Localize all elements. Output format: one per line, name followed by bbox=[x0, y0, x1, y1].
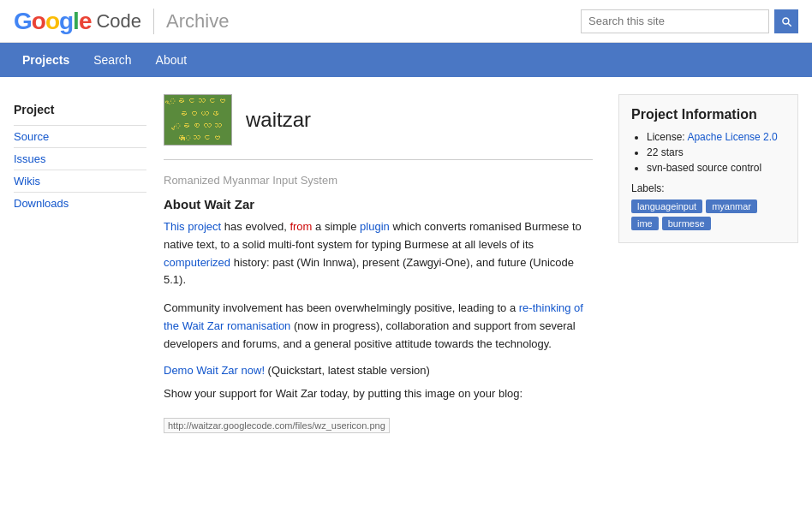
navbar: Projects Search About bbox=[0, 43, 812, 77]
info-license: License: Apache License 2.0 bbox=[647, 131, 785, 143]
search-button-header[interactable] bbox=[774, 9, 798, 33]
content-divider bbox=[164, 159, 593, 160]
content-para-2: Community involvement has been overwhelm… bbox=[164, 300, 593, 353]
project-header: ྰခငသငဗခဝယဖྱခစလသဖྶသငဗ waitzar bbox=[164, 94, 593, 146]
demo-link[interactable]: Demo Wait Zar now! bbox=[164, 364, 265, 377]
nav-projects[interactable]: Projects bbox=[10, 43, 81, 77]
license-link[interactable]: Apache License 2.0 bbox=[687, 131, 777, 143]
search-input[interactable] bbox=[581, 9, 769, 33]
demo-link-suffix: (Quickstart, latest stable version) bbox=[265, 364, 430, 377]
logo-e: e bbox=[79, 8, 92, 34]
project-icon: ྰခငသငဗခဝယဖྱခစလသဖྶသငဗ bbox=[164, 94, 232, 146]
content-para-1: This project has evolved, from a simple … bbox=[164, 218, 593, 289]
nav-search[interactable]: Search bbox=[81, 43, 143, 77]
labels-title: Labels: bbox=[631, 182, 785, 194]
logo-g: G bbox=[14, 8, 32, 34]
sidebar: Project Source Issues Wikis Downloads bbox=[14, 94, 146, 433]
label-tags: languageinput myanmar ime burmese bbox=[631, 199, 785, 230]
header: Google Code Archive bbox=[0, 0, 812, 43]
logo-area: Google Code Archive bbox=[14, 8, 229, 35]
license-label: License: bbox=[647, 131, 687, 143]
demo-link-line: Demo Wait Zar now! (Quickstart, latest s… bbox=[164, 364, 593, 377]
labels-section: Labels: languageinput myanmar ime burmes… bbox=[631, 182, 785, 230]
sidebar-item-issues[interactable]: Issues bbox=[14, 147, 146, 170]
main-layout: Project Source Issues Wikis Downloads ྰခ… bbox=[0, 77, 812, 433]
search-icon bbox=[780, 15, 792, 27]
archive-text: Archive bbox=[166, 10, 229, 33]
logo-o2: o bbox=[45, 8, 59, 34]
label-ime[interactable]: ime bbox=[631, 217, 659, 230]
nav-about[interactable]: About bbox=[144, 43, 200, 77]
project-info-title: Project Information bbox=[631, 107, 785, 122]
logo-g2: g bbox=[59, 8, 73, 34]
info-stars: 22 stars bbox=[647, 146, 785, 158]
google-logo: Google bbox=[14, 8, 91, 35]
right-panel: Project Information License: Apache Lice… bbox=[610, 94, 798, 433]
header-divider bbox=[153, 9, 154, 34]
sidebar-item-source[interactable]: Source bbox=[14, 125, 146, 147]
label-myanmar[interactable]: myanmar bbox=[706, 199, 757, 213]
blog-image: http://waitzar.googlecode.com/files/wz_u… bbox=[164, 418, 390, 433]
sidebar-item-wikis[interactable]: Wikis bbox=[14, 170, 146, 192]
project-tagline: Romanized Myanmar Input System bbox=[164, 174, 593, 187]
label-burmese[interactable]: burmese bbox=[662, 217, 711, 230]
logo-o1: o bbox=[32, 8, 45, 34]
project-name: waitzar bbox=[246, 108, 311, 132]
project-info-box: Project Information License: Apache Lice… bbox=[618, 94, 798, 243]
content: ྰခငသငဗခဝယဖྱခစလသဖྶသငဗ waitzar Romanized M… bbox=[146, 94, 610, 433]
label-languageinput[interactable]: languageinput bbox=[631, 199, 702, 213]
project-icon-inner: ྰခငသငဗခဝယဖྱခစလသဖྶသငဗ bbox=[164, 94, 231, 146]
about-heading: About Wait Zar bbox=[164, 197, 593, 211]
info-source-control: svn-based source control bbox=[647, 162, 785, 174]
search-area bbox=[581, 9, 798, 33]
project-info-list: License: Apache License 2.0 22 stars svn… bbox=[631, 131, 785, 174]
logo-l: l bbox=[73, 8, 79, 34]
sidebar-project-label: Project bbox=[14, 103, 146, 116]
support-text: Show your support for Wait Zar today, by… bbox=[164, 385, 593, 403]
sidebar-item-downloads[interactable]: Downloads bbox=[14, 192, 146, 214]
code-text: Code bbox=[96, 10, 141, 33]
